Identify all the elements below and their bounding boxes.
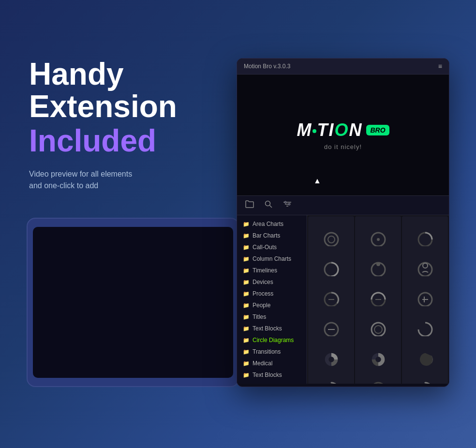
left-content: Handy Extension Included Video preview f… <box>29 58 223 192</box>
motion-bro-logo: MTION BRO do it nicely! <box>297 120 389 150</box>
sidebar-item-text-blocks-1[interactable]: 📁 Text Blocks <box>237 323 307 334</box>
svg-point-10 <box>377 238 380 241</box>
filter-icon[interactable] <box>283 200 292 211</box>
subtext: Video preview for all elements and one-c… <box>29 168 223 192</box>
sidebar-item-column-charts[interactable]: 📁 Column Charts <box>237 253 307 265</box>
folder-icon-people: 📁 <box>243 302 250 309</box>
svg-point-26 <box>372 323 385 336</box>
grid-area <box>307 215 449 384</box>
panel-menu-icon[interactable]: ≡ <box>438 62 442 70</box>
folder-icon-callouts: 📁 <box>243 244 250 251</box>
svg-point-7 <box>325 233 338 246</box>
folder-icon-devices: 📁 <box>243 279 250 285</box>
logo-motion-text: MTION <box>297 120 362 140</box>
svg-point-31 <box>375 357 381 362</box>
sidebar-item-titles[interactable]: 📁 Titles <box>237 311 307 323</box>
folder-icon-process: 📁 <box>243 291 250 297</box>
grid-cell-16[interactable] <box>355 366 401 384</box>
folder-icon-timelines: 📁 <box>243 268 250 274</box>
folder-icon[interactable] <box>245 200 254 211</box>
extension-panel: Motion Bro v.3.0.3 ≡ MTION BRO do it nic… <box>237 58 449 387</box>
sidebar-item-process[interactable]: 📁 Process <box>237 288 307 299</box>
svg-point-29 <box>328 357 334 362</box>
sidebar-item-bar-charts[interactable]: 📁 Bar Charts <box>237 230 307 241</box>
svg-point-0 <box>266 201 270 206</box>
svg-point-27 <box>374 326 382 333</box>
svg-point-15 <box>418 263 432 276</box>
sidebar-item-transitions[interactable]: 📁 Transitions <box>237 346 307 358</box>
logo-tagline: do it nicely! <box>324 143 362 150</box>
svg-point-32 <box>372 383 385 384</box>
grid-cell-17[interactable] <box>402 366 448 384</box>
svg-point-14 <box>376 262 380 266</box>
headline-included: Included <box>29 123 223 159</box>
svg-point-6 <box>288 203 290 205</box>
folder-icon-text1: 📁 <box>243 326 250 332</box>
main-container: Handy Extension Included Video preview f… <box>0 0 476 448</box>
folder-icon-circle: 📁 <box>243 337 250 343</box>
svg-point-16 <box>423 263 428 268</box>
svg-point-5 <box>284 201 286 203</box>
panel-titlebar: Motion Bro v.3.0.3 ≡ <box>237 59 449 75</box>
sidebar-item-text-blocks-2[interactable]: 📁 Text Blocks <box>237 369 307 381</box>
sidebar-item-devices[interactable]: 📁 Devices <box>237 276 307 288</box>
svg-line-1 <box>270 206 272 208</box>
logo-text: MTION BRO <box>297 120 389 140</box>
folder-icon-transitions: 📁 <box>243 349 250 355</box>
laptop-mockup <box>27 218 239 387</box>
panel-toolbar <box>237 195 449 215</box>
headline-handy: Handy <box>29 58 223 90</box>
folder-icon-titles: 📁 <box>243 314 250 320</box>
folder-icon-bar: 📁 <box>243 233 250 239</box>
sidebar-item-timelines[interactable]: 📁 Timelines <box>237 265 307 276</box>
sidebar-item-backgrounds[interactable]: 📁 Backgrounds <box>237 381 307 384</box>
folder-icon-medical: 📁 <box>243 360 250 367</box>
search-icon[interactable] <box>264 200 273 211</box>
folder-icon-column: 📁 <box>243 256 250 262</box>
folder-icon-area: 📁 <box>243 221 250 227</box>
sidebar-list: 📁 Area Charts 📁 Bar Charts 📁 Call-Outs 📁… <box>237 215 307 384</box>
motion-dot <box>312 129 316 133</box>
sidebar-item-circle-diagrams[interactable]: 📁 Circle Diagrams <box>237 334 307 346</box>
sidebar-item-call-outs[interactable]: 📁 Call-Outs <box>237 241 307 253</box>
panel-content: 📁 Area Charts 📁 Bar Charts 📁 Call-Outs 📁… <box>237 215 449 384</box>
folder-icon-text2: 📁 <box>243 372 250 378</box>
sidebar-item-medical[interactable]: 📁 Medical <box>237 358 307 369</box>
svg-point-8 <box>328 236 335 243</box>
headline-extension: Extension <box>29 90 223 123</box>
sidebar-item-people[interactable]: 📁 People <box>237 299 307 311</box>
logo-bro-badge: BRO <box>366 125 389 135</box>
sidebar-item-area-charts[interactable]: 📁 Area Charts <box>237 218 307 230</box>
panel-title: Motion Bro v.3.0.3 <box>244 63 291 70</box>
laptop-screen <box>33 227 233 377</box>
grid-cell-15[interactable] <box>308 366 354 384</box>
folder-icon-backgrounds: 📁 <box>243 384 250 384</box>
preview-area: MTION BRO do it nicely! <box>237 75 449 195</box>
